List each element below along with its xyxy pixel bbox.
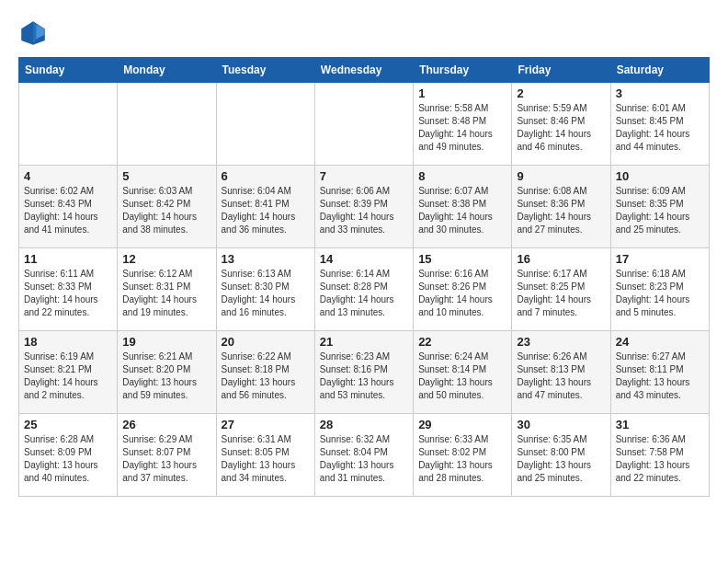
day-number: 8 (418, 169, 506, 183)
day-cell: 28Sunrise: 6:32 AMSunset: 8:04 PMDayligh… (314, 414, 413, 497)
day-cell: 26Sunrise: 6:29 AMSunset: 8:07 PMDayligh… (118, 414, 216, 497)
day-info: Sunrise: 6:31 AMSunset: 8:05 PMDaylight:… (222, 433, 310, 485)
day-info: Sunrise: 6:36 AMSunset: 7:58 PMDaylight:… (616, 433, 704, 485)
day-cell: 29Sunrise: 6:33 AMSunset: 8:02 PMDayligh… (414, 414, 512, 497)
day-info: Sunrise: 5:58 AMSunset: 8:48 PMDaylight:… (418, 102, 506, 154)
day-number: 31 (616, 418, 704, 431)
day-cell: 13Sunrise: 6:13 AMSunset: 8:30 PMDayligh… (216, 248, 314, 331)
day-number: 3 (616, 86, 704, 100)
day-number: 23 (517, 335, 605, 349)
week-row-1: 1Sunrise: 5:58 AMSunset: 8:48 PMDaylight… (19, 83, 710, 166)
day-info: Sunrise: 6:06 AMSunset: 8:39 PMDaylight:… (320, 185, 408, 236)
weekday-header-tuesday: Tuesday (216, 58, 314, 83)
day-number: 7 (320, 169, 408, 183)
day-info: Sunrise: 6:16 AMSunset: 8:26 PMDaylight:… (418, 268, 506, 319)
day-cell (19, 83, 118, 166)
header (18, 18, 710, 48)
logo-icon (18, 18, 48, 48)
day-number: 9 (517, 169, 605, 183)
day-number: 16 (517, 252, 605, 266)
day-info: Sunrise: 6:17 AMSunset: 8:25 PMDaylight:… (517, 268, 605, 319)
weekday-header-friday: Friday (512, 58, 610, 83)
day-number: 2 (517, 86, 605, 100)
day-number: 19 (122, 335, 210, 349)
day-number: 15 (418, 252, 506, 266)
day-info: Sunrise: 6:35 AMSunset: 8:00 PMDaylight:… (517, 433, 605, 485)
weekday-header-row: SundayMondayTuesdayWednesdayThursdayFrid… (19, 58, 710, 83)
day-cell: 1Sunrise: 5:58 AMSunset: 8:48 PMDaylight… (414, 83, 512, 166)
day-info: Sunrise: 6:04 AMSunset: 8:41 PMDaylight:… (222, 185, 310, 236)
day-info: Sunrise: 6:26 AMSunset: 8:13 PMDaylight:… (517, 350, 605, 402)
day-info: Sunrise: 6:27 AMSunset: 8:11 PMDaylight:… (616, 350, 704, 402)
day-number: 25 (24, 418, 112, 431)
logo (18, 18, 51, 48)
day-cell (314, 83, 413, 166)
day-info: Sunrise: 6:07 AMSunset: 8:38 PMDaylight:… (418, 185, 506, 236)
day-info: Sunrise: 6:28 AMSunset: 8:09 PMDaylight:… (24, 433, 112, 485)
day-number: 29 (418, 418, 506, 431)
day-info: Sunrise: 6:22 AMSunset: 8:18 PMDaylight:… (222, 350, 310, 402)
day-cell: 16Sunrise: 6:17 AMSunset: 8:25 PMDayligh… (512, 248, 610, 331)
week-row-2: 4Sunrise: 6:02 AMSunset: 8:43 PMDaylight… (19, 166, 710, 248)
day-cell: 21Sunrise: 6:23 AMSunset: 8:16 PMDayligh… (314, 331, 413, 414)
day-cell: 24Sunrise: 6:27 AMSunset: 8:11 PMDayligh… (610, 331, 709, 414)
day-number: 17 (616, 252, 704, 266)
day-cell: 14Sunrise: 6:14 AMSunset: 8:28 PMDayligh… (314, 248, 413, 331)
weekday-header-sunday: Sunday (19, 58, 118, 83)
day-info: Sunrise: 6:12 AMSunset: 8:31 PMDaylight:… (122, 268, 210, 319)
day-cell (216, 83, 314, 166)
week-row-4: 18Sunrise: 6:19 AMSunset: 8:21 PMDayligh… (19, 331, 710, 414)
day-number: 30 (517, 418, 605, 431)
page: SundayMondayTuesdayWednesdayThursdayFrid… (0, 0, 728, 506)
day-info: Sunrise: 6:21 AMSunset: 8:20 PMDaylight:… (122, 350, 210, 402)
day-number: 1 (418, 86, 506, 100)
day-number: 6 (222, 169, 310, 183)
day-info: Sunrise: 5:59 AMSunset: 8:46 PMDaylight:… (517, 102, 605, 154)
day-info: Sunrise: 6:18 AMSunset: 8:23 PMDaylight:… (616, 268, 704, 319)
day-number: 21 (320, 335, 408, 349)
day-cell: 10Sunrise: 6:09 AMSunset: 8:35 PMDayligh… (610, 166, 709, 248)
day-number: 27 (222, 418, 310, 431)
week-row-3: 11Sunrise: 6:11 AMSunset: 8:33 PMDayligh… (19, 248, 710, 331)
day-cell: 31Sunrise: 6:36 AMSunset: 7:58 PMDayligh… (610, 414, 709, 497)
day-cell: 7Sunrise: 6:06 AMSunset: 8:39 PMDaylight… (314, 166, 413, 248)
day-info: Sunrise: 6:14 AMSunset: 8:28 PMDaylight:… (320, 268, 408, 319)
day-info: Sunrise: 6:02 AMSunset: 8:43 PMDaylight:… (24, 185, 112, 236)
weekday-header-saturday: Saturday (610, 58, 709, 83)
day-info: Sunrise: 6:23 AMSunset: 8:16 PMDaylight:… (320, 350, 408, 402)
day-info: Sunrise: 6:24 AMSunset: 8:14 PMDaylight:… (418, 350, 506, 402)
weekday-header-monday: Monday (118, 58, 216, 83)
day-info: Sunrise: 6:33 AMSunset: 8:02 PMDaylight:… (418, 433, 506, 485)
day-cell: 20Sunrise: 6:22 AMSunset: 8:18 PMDayligh… (216, 331, 314, 414)
weekday-header-thursday: Thursday (414, 58, 512, 83)
day-cell: 11Sunrise: 6:11 AMSunset: 8:33 PMDayligh… (19, 248, 118, 331)
day-number: 12 (122, 252, 210, 266)
day-number: 13 (222, 252, 310, 266)
day-number: 14 (320, 252, 408, 266)
day-cell: 4Sunrise: 6:02 AMSunset: 8:43 PMDaylight… (19, 166, 118, 248)
day-cell: 18Sunrise: 6:19 AMSunset: 8:21 PMDayligh… (19, 331, 118, 414)
day-cell: 25Sunrise: 6:28 AMSunset: 8:09 PMDayligh… (19, 414, 118, 497)
day-cell: 3Sunrise: 6:01 AMSunset: 8:45 PMDaylight… (610, 83, 709, 166)
day-number: 20 (222, 335, 310, 349)
day-info: Sunrise: 6:19 AMSunset: 8:21 PMDaylight:… (24, 350, 112, 402)
day-cell: 23Sunrise: 6:26 AMSunset: 8:13 PMDayligh… (512, 331, 610, 414)
day-cell: 17Sunrise: 6:18 AMSunset: 8:23 PMDayligh… (610, 248, 709, 331)
day-info: Sunrise: 6:29 AMSunset: 8:07 PMDaylight:… (122, 433, 210, 485)
day-info: Sunrise: 6:13 AMSunset: 8:30 PMDaylight:… (222, 268, 310, 319)
day-number: 11 (24, 252, 112, 266)
day-cell: 27Sunrise: 6:31 AMSunset: 8:05 PMDayligh… (216, 414, 314, 497)
day-cell: 15Sunrise: 6:16 AMSunset: 8:26 PMDayligh… (414, 248, 512, 331)
day-number: 24 (616, 335, 704, 349)
day-info: Sunrise: 6:08 AMSunset: 8:36 PMDaylight:… (517, 185, 605, 236)
day-info: Sunrise: 6:32 AMSunset: 8:04 PMDaylight:… (320, 433, 408, 485)
day-cell (118, 83, 216, 166)
day-info: Sunrise: 6:09 AMSunset: 8:35 PMDaylight:… (616, 185, 704, 236)
day-cell: 12Sunrise: 6:12 AMSunset: 8:31 PMDayligh… (118, 248, 216, 331)
day-cell: 6Sunrise: 6:04 AMSunset: 8:41 PMDaylight… (216, 166, 314, 248)
day-number: 5 (122, 169, 210, 183)
day-number: 22 (418, 335, 506, 349)
week-row-5: 25Sunrise: 6:28 AMSunset: 8:09 PMDayligh… (19, 414, 710, 497)
day-number: 18 (24, 335, 112, 349)
day-cell: 9Sunrise: 6:08 AMSunset: 8:36 PMDaylight… (512, 166, 610, 248)
